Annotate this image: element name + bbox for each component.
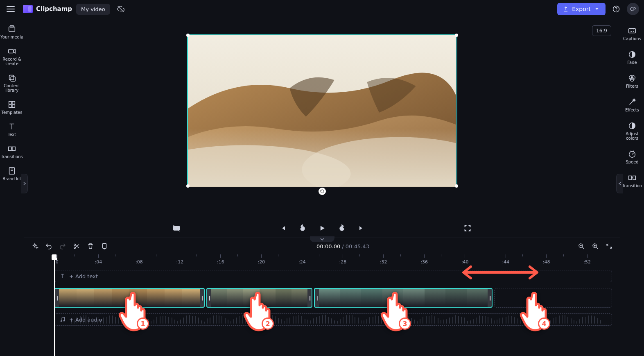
ruler-tick: :24 — [298, 254, 306, 265]
svg-rect-8 — [12, 102, 15, 104]
ruler-minor-tick — [359, 254, 360, 256]
sidebar-item-your-media[interactable]: Your media — [0, 22, 23, 42]
forward-10-icon[interactable] — [337, 223, 347, 234]
ruler-tick: :20 — [258, 254, 265, 265]
ruler-minor-tick — [522, 254, 523, 256]
audio-track[interactable]: + Add audio — [54, 313, 612, 326]
svg-rect-35 — [633, 176, 635, 179]
sidebar-item-brand-kit[interactable]: Brand kit — [0, 164, 23, 184]
sidebar-item-speed[interactable]: Speed — [621, 147, 644, 167]
user-avatar[interactable]: CP — [627, 3, 639, 15]
zoom-in-icon[interactable] — [592, 243, 599, 250]
clip-trim-handle-right[interactable]: || — [488, 289, 492, 307]
ruler-minor-tick — [197, 254, 197, 256]
ruler-minor-tick — [482, 254, 482, 256]
clip-thumbnails — [319, 289, 488, 307]
closed-caption-toggle-icon[interactable] — [171, 223, 182, 234]
waveform-ghost — [54, 314, 612, 325]
crop-icon[interactable] — [101, 243, 108, 250]
playhead-line[interactable] — [54, 254, 55, 356]
sidebar-item-adjust-colors[interactable]: Adjust colors — [621, 119, 644, 143]
aspect-ratio-button[interactable]: 16:9 — [592, 25, 611, 36]
ruler-tick: :28 — [339, 254, 346, 265]
ruler-minor-tick — [278, 254, 278, 256]
delete-trash-icon[interactable] — [87, 243, 94, 250]
sidebar-item-text[interactable]: Text — [0, 120, 23, 139]
clip-trim-handle-right[interactable]: || — [307, 289, 312, 307]
project-title-chip[interactable]: My video — [76, 4, 110, 15]
ruler-minor-tick — [115, 254, 115, 256]
ai-sparkle-icon[interactable] — [31, 243, 38, 250]
brand-name: Clipchamp — [36, 5, 72, 13]
ruler-minor-tick — [563, 254, 564, 256]
timeline-tracks: + Add text ||||||||||||Trees in mountain… — [54, 270, 612, 331]
timeline-clip[interactable]: |||| — [54, 288, 205, 308]
empty-track-region[interactable] — [494, 288, 612, 308]
resize-handle-bottom-right[interactable] — [455, 184, 458, 188]
sidebar-item-templates[interactable]: Templates — [0, 98, 23, 117]
sidebar-item-label: Adjust colors — [621, 132, 644, 141]
brand[interactable]: Clipchamp — [23, 5, 72, 13]
svg-rect-6 — [11, 77, 15, 81]
skip-to-end-icon[interactable] — [356, 223, 367, 234]
ruler-tick: :40 — [461, 254, 469, 265]
sidebar-item-record-create[interactable]: Record & create — [0, 44, 23, 68]
export-button-label: Export — [572, 6, 591, 12]
sidebar-item-label: Your media — [0, 35, 23, 39]
resize-handle-bottom-left[interactable] — [186, 184, 190, 188]
ruler-tick: :52 — [583, 254, 591, 265]
ruler-tick: :04 — [95, 254, 102, 265]
resize-handle-top-right[interactable] — [455, 34, 458, 37]
play-icon[interactable] — [317, 223, 328, 234]
ruler-minor-tick — [237, 254, 238, 256]
sidebar-item-filters[interactable]: Filters — [621, 71, 644, 91]
right-sidebar: Captions Fade Filters Effects Adjust col… — [620, 18, 644, 356]
timeline-clip[interactable]: |||| — [206, 288, 312, 308]
timeline-clip[interactable]: ||||Trees in mountains — [314, 288, 493, 308]
cloud-sync-off-icon[interactable] — [114, 2, 127, 16]
timeline-ruler[interactable]: :0:04:08:12:16:20:24:28:32:36:40:44:48:5… — [54, 254, 612, 265]
ruler-minor-tick — [319, 254, 319, 256]
svg-point-1 — [616, 10, 617, 11]
text-track[interactable]: + Add text — [54, 270, 612, 282]
undo-icon[interactable] — [45, 243, 52, 250]
menu-hamburger-icon[interactable] — [5, 4, 16, 14]
redo-icon — [59, 243, 66, 250]
preview-frame-image — [188, 35, 456, 187]
rewind-10-icon[interactable] — [297, 223, 308, 234]
video-track[interactable]: ||||||||||||Trees in mountains — [54, 288, 612, 308]
svg-rect-10 — [12, 105, 15, 107]
timeline-collapse-icon[interactable] — [310, 236, 334, 242]
clip-trim-handle-left[interactable]: || — [207, 289, 211, 307]
clip-trim-handle-left[interactable]: || — [55, 289, 59, 307]
sidebar-item-label: Record & create — [0, 57, 23, 66]
split-scissors-icon[interactable] — [73, 243, 80, 250]
fullscreen-icon[interactable] — [462, 223, 473, 234]
sidebar-item-label: Brand kit — [2, 177, 21, 181]
fit-timeline-icon[interactable] — [606, 243, 613, 250]
help-icon[interactable] — [610, 2, 623, 16]
sidebar-item-transitions[interactable]: Transitions — [0, 142, 23, 161]
preview-canvas[interactable] — [187, 34, 457, 187]
svg-rect-27 — [629, 29, 636, 33]
right-panel-expand-icon[interactable] — [616, 174, 623, 193]
sidebar-item-transition[interactable]: Transition — [621, 171, 644, 190]
zoom-out-icon[interactable] — [578, 243, 585, 250]
rotate-handle-icon[interactable] — [319, 188, 326, 195]
resize-handle-top-left[interactable] — [186, 34, 190, 37]
ruler-minor-tick — [441, 254, 441, 256]
sidebar-item-content-library[interactable]: Content library — [0, 71, 23, 95]
export-button[interactable]: Export — [557, 3, 606, 15]
ruler-tick: :44 — [502, 254, 509, 265]
sidebar-item-captions[interactable]: Captions — [621, 24, 644, 43]
skip-to-start-icon[interactable] — [278, 223, 288, 234]
sidebar-item-fade[interactable]: Fade — [621, 48, 644, 67]
total-duration: / 00:45.43 — [342, 243, 369, 249]
clip-trim-handle-left[interactable]: || — [315, 289, 319, 307]
sidebar-item-effects[interactable]: Effects — [621, 95, 644, 115]
sidebar-item-label: Fade — [627, 60, 637, 65]
ruler-tick: :16 — [217, 254, 224, 265]
clip-trim-handle-right[interactable]: || — [200, 289, 204, 307]
svg-rect-3 — [10, 26, 14, 27]
text-track-placeholder: + Add text — [69, 273, 98, 279]
